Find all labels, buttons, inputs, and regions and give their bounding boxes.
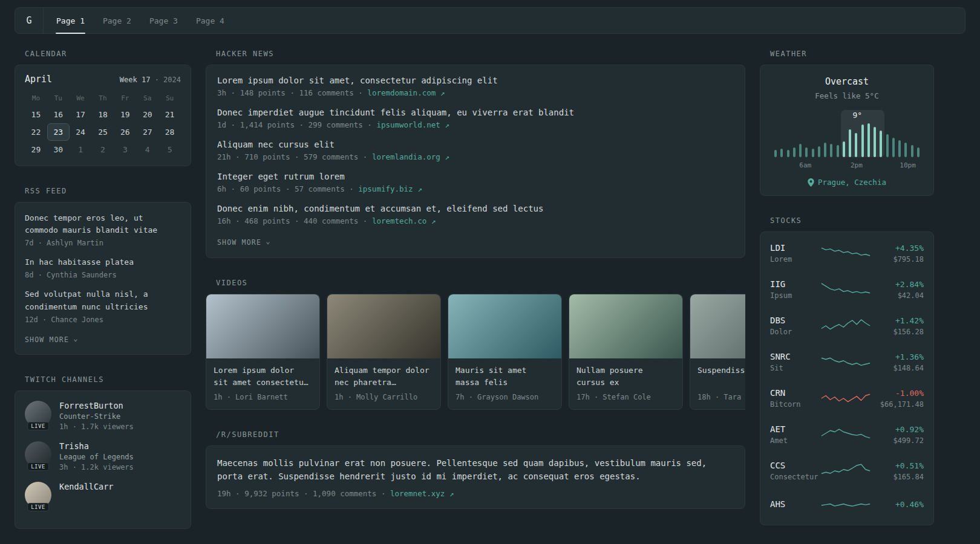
hn-item-link[interactable]: ipsumify.biz ↗	[358, 184, 422, 193]
videos-section-title: VIDEOS	[216, 279, 745, 287]
video-meta: 1h · Molly Carrillo	[335, 393, 433, 401]
chevron-down-icon: ⌄	[73, 334, 77, 343]
hn-item-link[interactable]: loremlandia.org ↗	[372, 152, 449, 161]
video-info: Suspendisse diam18h · Tara	[690, 358, 745, 409]
twitch-channel[interactable]: LIVETrishaLeague of Legends3h · 1.2k vie…	[25, 441, 181, 471]
tab-page-3[interactable]: Page 3	[140, 8, 187, 33]
calendar-day[interactable]: 19	[114, 106, 136, 123]
hn-item-title[interactable]: Donec imperdiet augue tincidunt felis al…	[217, 108, 734, 117]
calendar-day[interactable]: 27	[136, 123, 158, 141]
calendar-day[interactable]: 21	[158, 106, 181, 123]
hn-item-title[interactable]: Integer eget rutrum lorem	[217, 172, 734, 181]
video-title[interactable]: Suspendisse diam	[697, 364, 745, 389]
video-title[interactable]: Lorem ipsum dolor sit amet consectetu…	[214, 364, 312, 389]
hackernews-widget: Lorem ipsum dolor sit amet, consectetur …	[206, 65, 745, 258]
calendar-day[interactable]: 29	[25, 141, 47, 158]
hn-item-title[interactable]: Donec enim nibh, condimentum et accumsan…	[217, 204, 734, 213]
calendar-day[interactable]: 2	[92, 141, 114, 158]
twitch-list: LIVEForrestBurtonCounter-Strike1h · 1.7k…	[25, 401, 181, 508]
tab-page-4[interactable]: Page 4	[187, 8, 234, 33]
tab-page-1[interactable]: Page 1	[47, 8, 94, 33]
page-tabs: Page 1Page 2Page 3Page 4	[47, 8, 234, 33]
calendar-day[interactable]: 22	[25, 123, 47, 141]
calendar-day[interactable]: 15	[25, 106, 47, 123]
rss-section-title: RSS FEED	[25, 187, 191, 195]
hn-item-title[interactable]: Lorem ipsum dolor sit amet, consectetur …	[217, 76, 734, 85]
weather-bar	[886, 134, 889, 157]
video-title[interactable]: Nullam posuere cursus ex	[577, 364, 675, 389]
tab-page-2[interactable]: Page 2	[94, 8, 140, 33]
chevron-down-icon: ⌄	[266, 237, 270, 245]
rss-item[interactable]: Donec tempor eros leo, ut commodo mauris…	[25, 212, 181, 247]
hn-show-more-button[interactable]: SHOW MORE⌄	[217, 238, 270, 247]
weather-location[interactable]: Prague, Czechia	[770, 178, 924, 187]
post-title[interactable]: Maecenas mollis pulvinar erat non posuer…	[217, 456, 734, 484]
stock-row[interactable]: LDILorem+4.35%$795.18	[770, 235, 924, 271]
stock-sparkline-chart	[819, 317, 872, 334]
calendar-day[interactable]: 5	[158, 141, 181, 158]
rss-item[interactable]: Sed volutpat nulla nisl, a condimentum n…	[25, 288, 181, 323]
calendar-day[interactable]: 25	[92, 123, 114, 141]
rss-item[interactable]: In hac habitasse platea8d · Cynthia Saun…	[25, 256, 181, 279]
video-title[interactable]: Aliquam tempor dolor nec pharetra…	[335, 364, 433, 389]
calendar-day[interactable]: 4	[136, 141, 158, 158]
calendar-section: CALENDAR April Week 17 · 2024 MoTuWeThFr…	[15, 50, 191, 166]
hn-item-link[interactable]: ipsumworld.net ↗	[376, 120, 449, 129]
stock-row[interactable]: AETAmet+0.92%$499.72	[770, 416, 924, 453]
calendar-day[interactable]: 16	[47, 106, 70, 123]
stock-row[interactable]: AHS+0.46%	[770, 489, 924, 522]
avatar: LIVE	[25, 401, 51, 427]
post-link[interactable]: loremnet.xyz ↗	[390, 489, 454, 498]
weather-bar	[917, 147, 920, 157]
calendar-day[interactable]: 17	[70, 106, 92, 123]
video-title[interactable]: Mauris sit amet massa felis	[456, 364, 554, 389]
subreddit-section: /R/SUBREDDIT Maecenas mollis pulvinar er…	[206, 430, 745, 509]
weather-bar	[818, 146, 820, 157]
hn-item-title[interactable]: Aliquam nec cursus elit	[217, 140, 734, 149]
stock-values: +0.92%$499.72	[872, 425, 924, 445]
hn-item: Donec enim nibh, condimentum et accumsan…	[217, 204, 734, 225]
live-badge: LIVE	[27, 503, 49, 511]
post-meta: 19h · 9,932 points · 1,090 comments · lo…	[217, 489, 734, 498]
weather-bar	[830, 144, 832, 157]
calendar-day[interactable]: 1	[70, 141, 92, 158]
stock-values: +1.42%$156.28	[872, 316, 924, 336]
twitch-channel[interactable]: LIVEForrestBurtonCounter-Strike1h · 1.7k…	[25, 401, 181, 431]
calendar-day-selected[interactable]: 23	[47, 123, 70, 141]
hn-item-link[interactable]: loremdomain.com ↗	[367, 88, 445, 97]
twitch-section-title: TWITCH CHANNELS	[25, 375, 191, 384]
video-card[interactable]: Mauris sit amet massa felis7h · Grayson …	[448, 294, 562, 410]
calendar-day[interactable]: 3	[114, 141, 136, 158]
calendar-day[interactable]: 26	[114, 123, 136, 141]
hn-item-link[interactable]: loremtech.co ↗	[372, 216, 436, 225]
twitch-channel[interactable]: LIVEKendallCarr	[25, 482, 181, 508]
right-column: WEATHER Overcast Feels like 5°C 9° 6am2p…	[760, 50, 934, 525]
calendar-day[interactable]: 18	[92, 106, 114, 123]
calendar-day[interactable]: 30	[47, 141, 70, 158]
video-card[interactable]: Suspendisse diam18h · Tara	[690, 294, 745, 410]
weather-bar	[911, 145, 913, 157]
stocks-section: STOCKS LDILorem+4.35%$795.18IIGIpsum+2.8…	[760, 216, 934, 525]
video-card[interactable]: Aliquam tempor dolor nec pharetra…1h · M…	[327, 294, 441, 410]
weather-bar	[837, 145, 839, 157]
video-card[interactable]: Lorem ipsum dolor sit amet consectetu…1h…	[206, 294, 320, 410]
calendar-day[interactable]: 20	[136, 106, 158, 123]
stock-row[interactable]: IIGIpsum+2.84%$42.04	[770, 271, 924, 308]
channel-game: Counter-Strike	[59, 412, 134, 421]
calendar-day[interactable]: 24	[70, 123, 92, 141]
stock-row[interactable]: DBSDolor+1.42%$156.28	[770, 308, 924, 344]
stock-row[interactable]: CCSConsectetur+0.51%$165.84	[770, 453, 924, 489]
stock-identity: CRNBitcorn	[770, 388, 819, 409]
video-thumbnail	[206, 294, 319, 358]
subreddit-section-title: /R/SUBREDDIT	[216, 430, 745, 439]
app-logo[interactable]: G	[15, 8, 44, 33]
stock-row[interactable]: SNRCSit+1.36%$148.64	[770, 344, 924, 380]
stock-row[interactable]: CRNBitcorn-1.00%$66,171.48	[770, 380, 924, 416]
calendar-day-header: Sa	[136, 89, 158, 106]
rss-show-more-button[interactable]: SHOW MORE⌄	[25, 335, 77, 344]
hn-item-meta: 16h · 468 points · 440 comments · loremt…	[217, 216, 734, 225]
video-card[interactable]: Nullam posuere cursus ex17h · Stefan Col…	[569, 294, 683, 410]
rss-item-meta: 12d · Chance Jones	[25, 316, 181, 324]
dot-separator: ·	[155, 76, 159, 84]
calendar-day[interactable]: 28	[158, 123, 181, 141]
